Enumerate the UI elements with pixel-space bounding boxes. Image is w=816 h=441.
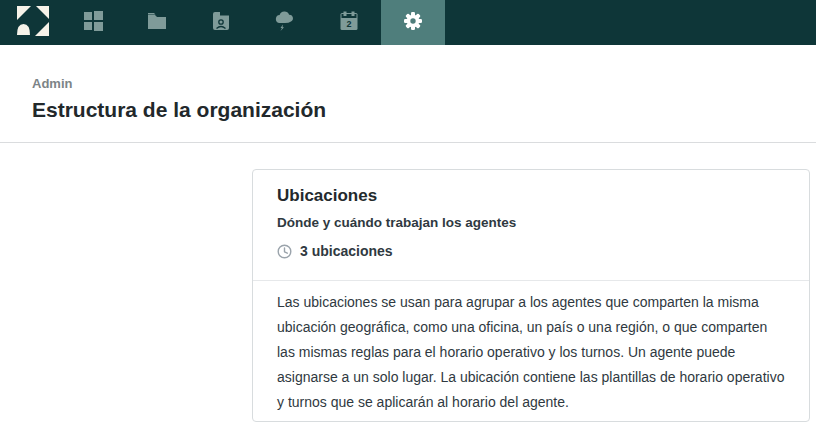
page-title: Estructura de la organización	[32, 98, 784, 122]
ubicaciones-card[interactable]: Ubicaciones Dónde y cuándo trabajan los …	[252, 169, 810, 422]
nav-item-settings-active[interactable]	[381, 0, 445, 45]
card-subtitle: Dónde y cuándo trabajan los agentes	[277, 215, 785, 230]
ubicaciones-card-body: Las ubicaciones se usan para agrupar a l…	[253, 281, 809, 421]
ubicaciones-card-header: Ubicaciones Dónde y cuándo trabajan los …	[253, 170, 809, 280]
cloud-lightning-icon	[274, 10, 296, 35]
grid-icon	[83, 11, 103, 35]
locations-count-text: 3 ubicaciones	[300, 243, 393, 259]
nav-item-calendar[interactable]: 2	[317, 0, 381, 45]
calendar-badge: 2	[346, 18, 351, 28]
card-description: Las ubicaciones se usan para agrupar a l…	[277, 290, 785, 415]
zendesk-logo-button[interactable]	[0, 0, 61, 45]
contacts-icon	[212, 11, 230, 35]
folder-icon	[147, 12, 167, 33]
zendesk-logo-icon	[17, 6, 51, 40]
page-header: Admin Estructura de la organización	[0, 45, 816, 122]
breadcrumb-admin[interactable]: Admin	[32, 76, 784, 91]
calendar-icon: 2	[340, 11, 358, 35]
top-navigation-bar: 2	[0, 0, 816, 45]
nav-item-dashboard[interactable]	[61, 0, 125, 45]
header-divider	[0, 142, 816, 143]
nav-item-files[interactable]	[125, 0, 189, 45]
locations-count-row: 3 ubicaciones	[277, 243, 785, 259]
nav-item-contacts[interactable]	[189, 0, 253, 45]
nav-item-cloud[interactable]	[253, 0, 317, 45]
card-title: Ubicaciones	[277, 186, 785, 206]
clock-icon	[277, 244, 292, 259]
gear-icon	[403, 11, 423, 35]
